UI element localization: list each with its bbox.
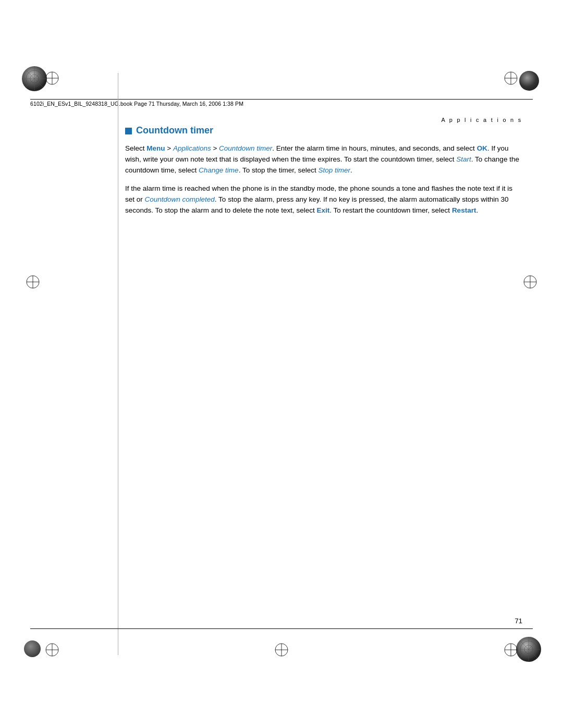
rule-top xyxy=(30,99,533,100)
crosshair-bot-mid xyxy=(274,643,289,657)
vline-left xyxy=(118,73,118,655)
crosshair-mid-left xyxy=(26,275,40,289)
paragraph-1: Select Menu > Applications > Countdown t… xyxy=(125,143,522,176)
link-countdown-completed: Countdown completed xyxy=(145,195,215,203)
deco-circle-bot-left xyxy=(24,640,41,657)
rule-bottom xyxy=(30,628,533,629)
link-exit: Exit xyxy=(316,206,329,214)
paragraph-2: If the alarm time is reached when the ph… xyxy=(125,183,522,216)
page: 6102i_EN_ESv1_BIL_9248318_UG.book Page 7… xyxy=(0,0,563,728)
link-stop-timer: Stop timer xyxy=(318,166,350,174)
link-applications: Applications xyxy=(173,144,211,152)
section-label: A p p l i c a t i o n s xyxy=(441,117,522,123)
link-menu: Menu xyxy=(146,144,165,152)
heading-square xyxy=(125,128,132,134)
crosshair-bot-left xyxy=(45,643,59,657)
chapter-heading: Countdown timer xyxy=(125,125,522,136)
link-change-time: Change time xyxy=(199,166,239,174)
deco-circle-bot-right xyxy=(515,636,542,663)
crosshair-mid-right xyxy=(523,275,537,289)
main-content: Countdown timer Select Menu > Applicatio… xyxy=(125,125,522,224)
link-ok: OK xyxy=(477,144,487,152)
deco-gear-top-left xyxy=(21,65,48,92)
link-restart: Restart xyxy=(452,206,476,214)
header-text: 6102i_EN_ESv1_BIL_9248318_UG.book Page 7… xyxy=(30,101,533,107)
chapter-title: Countdown timer xyxy=(136,125,213,136)
link-start: Start xyxy=(456,155,471,163)
link-countdown-timer: Countdown timer xyxy=(219,144,272,152)
page-number: 71 xyxy=(515,617,522,625)
crosshair-top-right xyxy=(504,71,518,85)
crosshair-bot-right xyxy=(504,643,518,657)
deco-circle-top-right xyxy=(519,71,539,91)
